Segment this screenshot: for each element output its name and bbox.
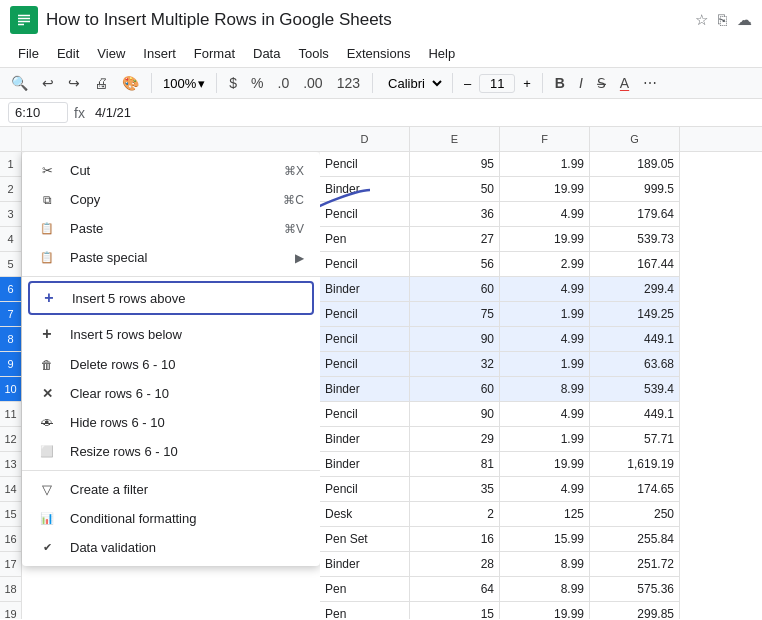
cell-f-16[interactable]: 15.99 bbox=[500, 527, 590, 552]
cell-g-19[interactable]: 299.85 bbox=[590, 602, 680, 619]
cell-e-1[interactable]: 95 bbox=[410, 152, 500, 177]
cell-g-12[interactable]: 57.71 bbox=[590, 427, 680, 452]
menu-help[interactable]: Help bbox=[420, 42, 463, 65]
cell-d-9[interactable]: Pencil bbox=[320, 352, 410, 377]
row-header-10[interactable]: 10 bbox=[0, 377, 21, 402]
font-size-plus[interactable]: + bbox=[519, 74, 535, 93]
menu-data[interactable]: Data bbox=[245, 42, 288, 65]
cell-e-14[interactable]: 35 bbox=[410, 477, 500, 502]
ctx-insert-rows-above[interactable]: + Insert 5 rows above bbox=[28, 281, 314, 315]
ctx-hide-rows[interactable]: 👁 Hide rows 6 - 10 bbox=[22, 408, 320, 437]
ctx-conditional-formatting[interactable]: 📊 Conditional formatting bbox=[22, 504, 320, 533]
cell-f-4[interactable]: 19.99 bbox=[500, 227, 590, 252]
ctx-paste-special[interactable]: 📋 Paste special ▶ bbox=[22, 243, 320, 272]
cell-d-12[interactable]: Binder bbox=[320, 427, 410, 452]
ctx-paste[interactable]: 📋 Paste ⌘V bbox=[22, 214, 320, 243]
percent-button[interactable]: % bbox=[246, 72, 268, 94]
cell-e-3[interactable]: 36 bbox=[410, 202, 500, 227]
currency-button[interactable]: $ bbox=[224, 72, 242, 94]
font-family-select[interactable]: Calibri bbox=[380, 73, 445, 94]
cell-g-13[interactable]: 1,619.19 bbox=[590, 452, 680, 477]
cell-e-18[interactable]: 64 bbox=[410, 577, 500, 602]
undo-button[interactable]: ↩ bbox=[37, 72, 59, 94]
copy-icon[interactable]: ⎘ bbox=[718, 11, 727, 29]
cell-g-7[interactable]: 149.25 bbox=[590, 302, 680, 327]
cell-g-16[interactable]: 255.84 bbox=[590, 527, 680, 552]
row-header-6[interactable]: 6 bbox=[0, 277, 21, 302]
menu-insert[interactable]: Insert bbox=[135, 42, 184, 65]
cell-e-2[interactable]: 50 bbox=[410, 177, 500, 202]
strikethrough-button[interactable]: S̶ bbox=[592, 72, 611, 94]
ctx-create-filter[interactable]: ▽ Create a filter bbox=[22, 475, 320, 504]
menu-tools[interactable]: Tools bbox=[290, 42, 336, 65]
cell-g-18[interactable]: 575.36 bbox=[590, 577, 680, 602]
cell-f-13[interactable]: 19.99 bbox=[500, 452, 590, 477]
cell-f-8[interactable]: 4.99 bbox=[500, 327, 590, 352]
cell-e-16[interactable]: 16 bbox=[410, 527, 500, 552]
cell-e-9[interactable]: 32 bbox=[410, 352, 500, 377]
cell-g-9[interactable]: 63.68 bbox=[590, 352, 680, 377]
cell-d-5[interactable]: Pencil bbox=[320, 252, 410, 277]
menu-view[interactable]: View bbox=[89, 42, 133, 65]
more-button[interactable]: ⋯ bbox=[638, 72, 662, 94]
menu-format[interactable]: Format bbox=[186, 42, 243, 65]
cell-d-11[interactable]: Pencil bbox=[320, 402, 410, 427]
cell-d-4[interactable]: Pen bbox=[320, 227, 410, 252]
cell-d-10[interactable]: Binder bbox=[320, 377, 410, 402]
cell-f-14[interactable]: 4.99 bbox=[500, 477, 590, 502]
cell-g-11[interactable]: 449.1 bbox=[590, 402, 680, 427]
row-header-9[interactable]: 9 bbox=[0, 352, 21, 377]
cell-d-17[interactable]: Binder bbox=[320, 552, 410, 577]
ctx-delete-rows[interactable]: 🗑 Delete rows 6 - 10 bbox=[22, 350, 320, 379]
ctx-clear-rows[interactable]: ✕ Clear rows 6 - 10 bbox=[22, 379, 320, 408]
format123-button[interactable]: 123 bbox=[332, 72, 365, 94]
decimal-decrease-button[interactable]: .0 bbox=[273, 72, 295, 94]
cell-f-17[interactable]: 8.99 bbox=[500, 552, 590, 577]
menu-extensions[interactable]: Extensions bbox=[339, 42, 419, 65]
ctx-copy[interactable]: ⧉ Copy ⌘C bbox=[22, 185, 320, 214]
zoom-select[interactable]: 100% ▾ bbox=[159, 74, 209, 93]
cell-e-5[interactable]: 56 bbox=[410, 252, 500, 277]
cell-d-16[interactable]: Pen Set bbox=[320, 527, 410, 552]
search-button[interactable]: 🔍 bbox=[6, 72, 33, 94]
cell-f-1[interactable]: 1.99 bbox=[500, 152, 590, 177]
cell-g-4[interactable]: 539.73 bbox=[590, 227, 680, 252]
redo-button[interactable]: ↪ bbox=[63, 72, 85, 94]
cell-e-7[interactable]: 75 bbox=[410, 302, 500, 327]
cell-e-12[interactable]: 29 bbox=[410, 427, 500, 452]
cell-g-5[interactable]: 167.44 bbox=[590, 252, 680, 277]
cell-f-7[interactable]: 1.99 bbox=[500, 302, 590, 327]
row-header-8[interactable]: 8 bbox=[0, 327, 21, 352]
decimal-increase-button[interactable]: .00 bbox=[298, 72, 327, 94]
bold-button[interactable]: B bbox=[550, 72, 570, 94]
cell-g-10[interactable]: 539.4 bbox=[590, 377, 680, 402]
col-header-G[interactable]: G bbox=[590, 127, 680, 151]
cell-f-5[interactable]: 2.99 bbox=[500, 252, 590, 277]
cell-d-15[interactable]: Desk bbox=[320, 502, 410, 527]
cell-f-6[interactable]: 4.99 bbox=[500, 277, 590, 302]
cell-d-13[interactable]: Binder bbox=[320, 452, 410, 477]
cell-g-8[interactable]: 449.1 bbox=[590, 327, 680, 352]
cell-e-13[interactable]: 81 bbox=[410, 452, 500, 477]
cell-f-19[interactable]: 19.99 bbox=[500, 602, 590, 619]
text-color-button[interactable]: A bbox=[615, 72, 634, 94]
cell-g-15[interactable]: 250 bbox=[590, 502, 680, 527]
cell-d-7[interactable]: Pencil bbox=[320, 302, 410, 327]
cell-f-10[interactable]: 8.99 bbox=[500, 377, 590, 402]
cell-reference-input[interactable] bbox=[8, 102, 68, 123]
cell-d-6[interactable]: Binder bbox=[320, 277, 410, 302]
col-header-F[interactable]: F bbox=[500, 127, 590, 151]
ctx-data-validation[interactable]: ✔ Data validation bbox=[22, 533, 320, 562]
cell-d-2[interactable]: Binder bbox=[320, 177, 410, 202]
cell-e-10[interactable]: 60 bbox=[410, 377, 500, 402]
ctx-resize-rows[interactable]: ⬜ Resize rows 6 - 10 bbox=[22, 437, 320, 466]
col-header-E[interactable]: E bbox=[410, 127, 500, 151]
cell-g-14[interactable]: 174.65 bbox=[590, 477, 680, 502]
cell-f-18[interactable]: 8.99 bbox=[500, 577, 590, 602]
cell-g-2[interactable]: 999.5 bbox=[590, 177, 680, 202]
cell-e-8[interactable]: 90 bbox=[410, 327, 500, 352]
cell-g-3[interactable]: 179.64 bbox=[590, 202, 680, 227]
formula-input[interactable] bbox=[91, 103, 754, 122]
cell-f-12[interactable]: 1.99 bbox=[500, 427, 590, 452]
cell-f-11[interactable]: 4.99 bbox=[500, 402, 590, 427]
